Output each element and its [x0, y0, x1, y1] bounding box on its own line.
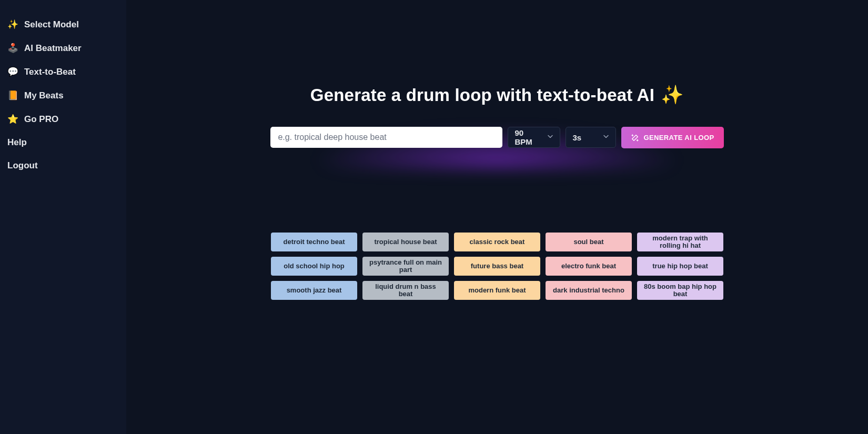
suggestion-label: electro funk beat [561, 263, 616, 270]
suggestion-label: future bass beat [471, 263, 523, 270]
sparkles-icon: ✨ [661, 84, 684, 106]
star-icon: ⭐ [7, 114, 19, 125]
suggestion-chip[interactable]: electro funk beat [546, 257, 632, 276]
suggestion-label: classic rock beat [470, 238, 525, 246]
nav-label: Select Model [24, 19, 79, 30]
suggestion-label: psytrance full on main part [368, 259, 443, 274]
generate-label: GENERATE AI LOOP [643, 134, 714, 142]
suggestion-label: liquid drum n bass beat [368, 283, 443, 298]
chevron-down-icon [546, 133, 554, 143]
suggestion-chip[interactable]: soul beat [546, 233, 632, 251]
suggestion-chip[interactable]: 80s boom bap hip hop beat [637, 281, 723, 300]
suggestion-chip[interactable]: old school hip hop [271, 257, 357, 276]
suggestion-chip[interactable]: smooth jazz beat [271, 281, 357, 300]
speech-icon: 💬 [7, 66, 19, 77]
page-title: Generate a drum loop with text-to-beat A… [310, 84, 684, 106]
nav-label: My Beats [24, 90, 64, 101]
suggestion-label: smooth jazz beat [287, 287, 342, 294]
suggestion-chip[interactable]: true hip hop beat [637, 257, 723, 276]
suggestion-label: true hip hop beat [652, 263, 708, 270]
nav-ai-beatmaker[interactable]: 🕹️ AI Beatmaker [6, 37, 120, 59]
nav-my-beats[interactable]: 📙 My Beats [6, 85, 120, 106]
suggestion-label: detroit techno beat [283, 238, 345, 246]
suggestion-chip[interactable]: detroit techno beat [271, 233, 357, 251]
suggestion-grid: detroit techno beattropical house beatcl… [271, 233, 723, 300]
suggestion-label: modern funk beat [468, 287, 526, 294]
suggestion-label: old school hip hop [284, 263, 345, 270]
book-icon: 📙 [7, 90, 19, 101]
page-title-text: Generate a drum loop with text-to-beat A… [310, 85, 654, 105]
chevron-down-icon [602, 133, 610, 143]
suggestion-chip[interactable]: dark industrial techno [546, 281, 632, 300]
nav-text-to-beat[interactable]: 💬 Text-to-Beat [6, 61, 120, 83]
sidebar: ✨ Select Model 🕹️ AI Beatmaker 💬 Text-to… [0, 0, 126, 434]
bpm-value: 90 BPM [514, 128, 542, 146]
nav-select-model[interactable]: ✨ Select Model [6, 14, 120, 35]
main-content: Generate a drum loop with text-to-beat A… [126, 0, 868, 434]
suggestion-label: modern trap with rolling hi hat [642, 235, 718, 250]
nav-label: Help [7, 137, 27, 148]
nav-logout[interactable]: Logout [6, 155, 120, 176]
sparkles-icon: ✨ [7, 19, 19, 30]
suggestion-chip[interactable]: liquid drum n bass beat [362, 281, 449, 300]
nav-go-pro[interactable]: ⭐ Go PRO [6, 108, 120, 130]
nav-label: Go PRO [24, 114, 58, 125]
suggestion-chip[interactable]: psytrance full on main part [362, 257, 449, 276]
suggestion-chip[interactable]: tropical house beat [362, 233, 449, 251]
suggestion-label: 80s boom bap hip hop beat [642, 283, 718, 298]
duration-value: 3s [572, 133, 581, 142]
nav-label: Text-to-Beat [24, 67, 76, 77]
nav-help[interactable]: Help [6, 132, 120, 153]
nav-label: AI Beatmaker [24, 43, 82, 54]
generate-button[interactable]: GENERATE AI LOOP [621, 127, 723, 148]
nav-label: Logout [7, 160, 38, 171]
joystick-icon: 🕹️ [7, 43, 19, 54]
suggestion-chip[interactable]: modern trap with rolling hi hat [637, 233, 723, 251]
magic-wand-icon [631, 134, 639, 142]
suggestion-chip[interactable]: classic rock beat [454, 233, 540, 251]
suggestion-label: soul beat [573, 238, 603, 246]
bpm-select[interactable]: 90 BPM [508, 127, 560, 148]
suggestion-label: dark industrial techno [553, 287, 624, 294]
prompt-row: 90 BPM 3s GENERATE AI LOOP [270, 127, 723, 148]
prompt-input[interactable] [270, 127, 502, 148]
suggestion-chip[interactable]: future bass beat [454, 257, 540, 276]
suggestion-chip[interactable]: modern funk beat [454, 281, 540, 300]
suggestion-label: tropical house beat [374, 238, 437, 246]
duration-select[interactable]: 3s [566, 127, 616, 148]
